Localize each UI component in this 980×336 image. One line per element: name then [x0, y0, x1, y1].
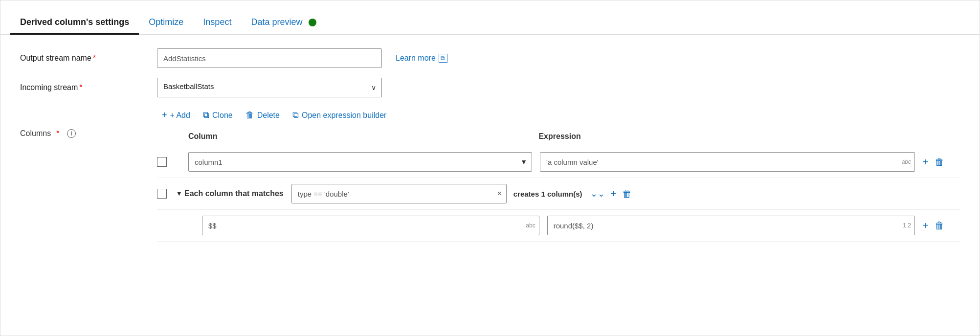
required-star-output: *	[93, 54, 96, 62]
tab-inspect[interactable]: Inspect	[193, 11, 241, 35]
col-header-column: Column	[188, 132, 538, 141]
row-actions-1: + 🗑	[921, 155, 960, 169]
clear-pattern-icon[interactable]: ×	[497, 189, 501, 198]
incoming-stream-label: Incoming stream*	[20, 83, 157, 92]
expr-wrapper-1: abc	[540, 152, 915, 172]
toolbar-row: + + Add ⧉ Clone 🗑 Delete ⧉ Open expressi…	[20, 107, 960, 123]
columns-table-area: Column Expression ▼	[157, 129, 960, 242]
delete-pattern-button[interactable]: 🗑	[620, 187, 634, 201]
toolbar: + + Add ⧉ Clone 🗑 Delete ⧉ Open expressi…	[157, 107, 391, 123]
add-button[interactable]: + + Add	[157, 107, 195, 123]
clone-icon: ⧉	[203, 110, 209, 120]
incoming-stream-row: Incoming stream* BasketballStats ∨	[20, 78, 960, 97]
output-stream-label: Output stream name*	[20, 54, 157, 63]
expr-type-badge-1: abc	[902, 158, 911, 165]
expression-builder-icon: ⧉	[292, 110, 299, 120]
pattern-row: ◄ Each column that matches × creates 1 c…	[157, 178, 960, 210]
trash-icon: 🗑	[245, 110, 254, 120]
sub-expr-wrapper: 1.2	[547, 216, 915, 235]
output-stream-row: Output stream name* Learn more ⧉	[20, 48, 960, 68]
content-area: Output stream name* Learn more ⧉ Incomin…	[0, 35, 980, 336]
table-row: ▼ abc + 🗑	[157, 146, 960, 178]
required-star-incoming: *	[79, 83, 82, 91]
sub-col-input[interactable]	[202, 216, 539, 235]
tab-optimize[interactable]: Optimize	[139, 11, 193, 35]
incoming-stream-value[interactable]: BasketballStats	[157, 78, 382, 97]
expr-input-1[interactable]	[540, 152, 915, 172]
pattern-checkbox[interactable]	[157, 189, 167, 199]
sub-col-badge: abc	[526, 222, 535, 229]
sub-expr-input[interactable]	[547, 216, 915, 235]
learn-more-link[interactable]: Learn more ⧉	[396, 54, 447, 63]
output-stream-input[interactable]	[157, 48, 382, 68]
sub-row-actions: + 🗑	[921, 219, 960, 232]
plus-icon: +	[162, 110, 167, 120]
sub-expr-badge: 1.2	[903, 222, 911, 229]
add-pattern-button[interactable]: +	[609, 187, 619, 201]
col-name-input-1[interactable]	[188, 152, 532, 172]
pattern-label: Each column that matches	[184, 189, 284, 198]
sub-row: abc 1.2 + 🗑	[157, 210, 960, 242]
col-header-expression: Expression	[538, 132, 921, 141]
tab-settings[interactable]: Derived column's settings	[10, 11, 139, 35]
columns-header: Column Expression	[157, 129, 960, 146]
required-star-columns: *	[56, 129, 59, 138]
main-container: Derived column's settings Optimize Inspe…	[0, 0, 980, 336]
incoming-stream-dropdown[interactable]: BasketballStats ∨	[157, 78, 382, 97]
collapse-icon[interactable]: ◄	[173, 190, 184, 198]
delete-sub-row-button[interactable]: 🗑	[933, 219, 946, 232]
creates-label: creates 1 column(s)	[513, 190, 582, 198]
open-expression-builder-button[interactable]: ⧉ Open expression builder	[288, 107, 391, 123]
expand-pattern-button[interactable]: ⌄⌄	[588, 187, 607, 200]
columns-label: Columns * i	[20, 129, 157, 138]
pattern-expr-wrapper: ×	[291, 184, 507, 203]
tab-bar: Derived column's settings Optimize Inspe…	[0, 0, 980, 35]
columns-section: Columns * i Column Expression	[20, 125, 960, 242]
external-link-icon: ⧉	[439, 54, 447, 63]
clone-button[interactable]: ⧉ Clone	[198, 107, 238, 123]
delete-button[interactable]: 🗑 Delete	[241, 107, 285, 123]
delete-row-button-1[interactable]: 🗑	[933, 155, 946, 169]
columns-label-row: Columns * i Column Expression	[20, 125, 960, 242]
col-dropdown-icon-1: ▼	[520, 158, 527, 166]
add-row-button-1[interactable]: +	[921, 155, 931, 169]
pattern-expr-input[interactable]	[291, 184, 507, 203]
add-sub-row-button[interactable]: +	[921, 219, 931, 232]
info-icon[interactable]: i	[67, 129, 76, 138]
row-checkbox-1[interactable]	[157, 157, 167, 167]
sub-col-wrapper: abc	[202, 216, 539, 235]
tab-datapreview[interactable]: Data preview	[241, 11, 326, 35]
pattern-row-actions: + 🗑	[609, 187, 643, 201]
status-dot	[309, 19, 316, 26]
col-name-wrapper-1: ▼	[188, 152, 532, 172]
